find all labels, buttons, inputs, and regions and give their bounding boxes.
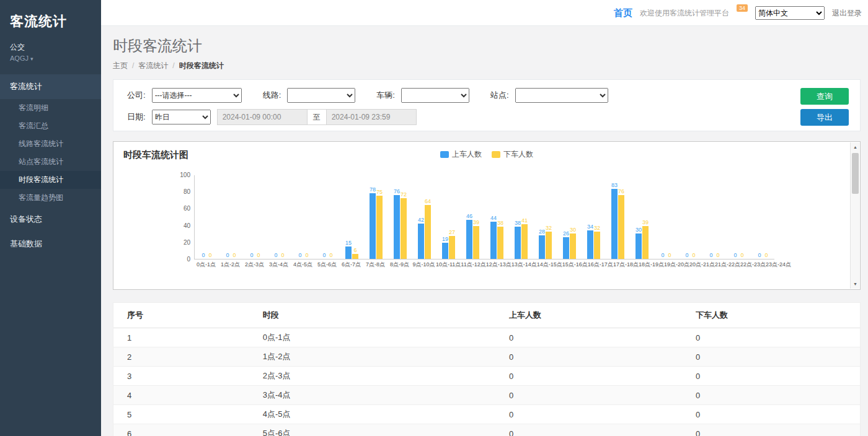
bar[interactable] [546, 232, 552, 259]
bar-value-label: 0 [305, 253, 308, 258]
bar[interactable] [497, 227, 503, 259]
table-cell: 0 [696, 367, 860, 386]
legend-item[interactable]: 上车人数 [440, 149, 482, 160]
bar[interactable] [370, 193, 376, 259]
company-select[interactable]: ---请选择--- [152, 88, 242, 103]
bar-value-label: 34 [587, 224, 593, 230]
bar-column: 27 [449, 175, 455, 259]
bar-value-label: 78 [370, 187, 376, 193]
bar-value-label: 32 [546, 225, 552, 231]
table-header-cell: 上车人数 [509, 303, 696, 328]
bar-column: 0 [328, 175, 334, 259]
bar-column: 0 [321, 175, 327, 259]
bar[interactable] [473, 226, 479, 259]
table-row[interactable]: 10点-1点00 [113, 328, 860, 347]
bar-value-label: 19 [442, 237, 448, 242]
bar-value-label: 32 [594, 225, 600, 231]
breadcrumb-item[interactable]: 主页 [113, 61, 128, 70]
scroll-down-icon[interactable]: ▼ [851, 279, 860, 289]
bar[interactable] [345, 246, 352, 259]
bar[interactable] [376, 196, 383, 259]
line-label: 线路: [263, 90, 281, 101]
line-select[interactable] [287, 88, 355, 103]
table-body: 10点-1点0021点-2点0032点-3点0043点-4点0054点-5点00… [113, 328, 860, 436]
bar[interactable] [442, 243, 448, 259]
breadcrumb-item[interactable]: 客流统计 [138, 61, 168, 70]
bar[interactable] [594, 232, 600, 259]
sidebar-item-sub[interactable]: 客流量趋势图 [0, 189, 101, 207]
bar[interactable] [618, 195, 624, 259]
table-cell: 6 [113, 424, 263, 436]
bar[interactable] [636, 233, 642, 259]
station-label: 站点: [490, 90, 509, 101]
date-preset-select[interactable]: 昨日 [152, 110, 211, 124]
bar-column: 0 [249, 175, 255, 259]
date-from-input[interactable] [217, 109, 308, 125]
language-select[interactable]: 简体中文 [755, 6, 825, 20]
bar[interactable] [394, 195, 400, 259]
org-name: 公交 [0, 32, 101, 53]
sidebar-item-sub[interactable]: 线路客流统计 [0, 135, 101, 153]
bar-column: 39 [473, 175, 479, 259]
sidebar-item-sub[interactable]: 客流明细 [0, 99, 101, 117]
export-button[interactable]: 导出 [800, 109, 849, 126]
query-button[interactable]: 查询 [800, 88, 849, 105]
bar-column: 0 [207, 175, 213, 259]
table-cell: 2 [113, 347, 263, 367]
legend-item[interactable]: 下车人数 [492, 149, 533, 160]
table-row[interactable]: 54点-5点00 [113, 405, 860, 424]
sidebar-item-section[interactable]: 基础数据 [0, 232, 101, 256]
scrollbar-thumb[interactable] [852, 153, 859, 194]
bar[interactable] [425, 205, 431, 259]
bar[interactable] [611, 189, 618, 259]
sidebar-item-sub[interactable]: 时段客流统计 [0, 171, 101, 189]
vehicle-select[interactable] [401, 88, 469, 103]
bar-value-label: 0 [685, 253, 688, 258]
bar[interactable] [642, 226, 649, 259]
table-cell: 0 [696, 405, 860, 424]
company-label: 公司: [127, 90, 146, 101]
table-row[interactable]: 65点-6点00 [113, 424, 860, 436]
sidebar-item-section[interactable]: 客流统计 [0, 74, 101, 99]
chart-plot: 0000000000001567875767242641927463944383… [194, 175, 774, 259]
table-row[interactable]: 43点-4点00 [113, 386, 860, 405]
bar[interactable] [466, 220, 472, 259]
bar[interactable] [352, 254, 358, 259]
user-name: AQGJ [10, 54, 29, 62]
filter-row-2: 日期: 昨日 至 [127, 109, 417, 125]
sidebar-item-section[interactable]: 设备状态 [0, 207, 101, 232]
table-row[interactable]: 32点-3点00 [113, 367, 860, 386]
bar[interactable] [563, 237, 569, 259]
chart-scrollbar[interactable]: ▲ ▼ [850, 142, 859, 289]
bar-value-label: 0 [257, 253, 260, 258]
bar[interactable] [570, 233, 576, 259]
logout-link[interactable]: 退出登录 [832, 8, 862, 19]
bar[interactable] [418, 224, 424, 259]
notification-badge[interactable]: 34 [737, 4, 748, 12]
bar-group: 3039 [630, 175, 654, 259]
bar[interactable] [490, 222, 497, 259]
bar[interactable] [521, 224, 528, 259]
content-area: 时段客流统计 主页/客流统计/时段客流统计 公司: ---请选择--- 线路: … [101, 26, 868, 436]
home-link[interactable]: 首页 [614, 7, 632, 19]
scroll-up-icon[interactable]: ▲ [851, 142, 860, 152]
sidebar-item-sub[interactable]: 站点客流统计 [0, 153, 101, 171]
bar[interactable] [401, 198, 407, 259]
table-header-cell: 序号 [113, 303, 263, 328]
date-to-input[interactable] [326, 109, 417, 125]
station-select[interactable] [515, 88, 608, 103]
bar-value-label: 38 [515, 220, 521, 226]
bar-value-label: 75 [376, 190, 383, 195]
table-row[interactable]: 21点-2点00 [113, 347, 860, 367]
user-menu[interactable]: AQGJ ▾ [0, 53, 101, 69]
legend-label: 上车人数 [452, 149, 482, 160]
bar-group: 1927 [436, 175, 461, 259]
bar[interactable] [449, 236, 455, 259]
x-axis-label: 16点-17点 [588, 261, 613, 268]
table-cell: 3点-4点 [263, 386, 509, 405]
x-axis-cell: 8点-9点 [388, 261, 412, 268]
bar[interactable] [539, 235, 545, 259]
bar[interactable] [587, 230, 593, 259]
bar[interactable] [515, 227, 521, 259]
sidebar-item-sub[interactable]: 客流汇总 [0, 117, 101, 135]
